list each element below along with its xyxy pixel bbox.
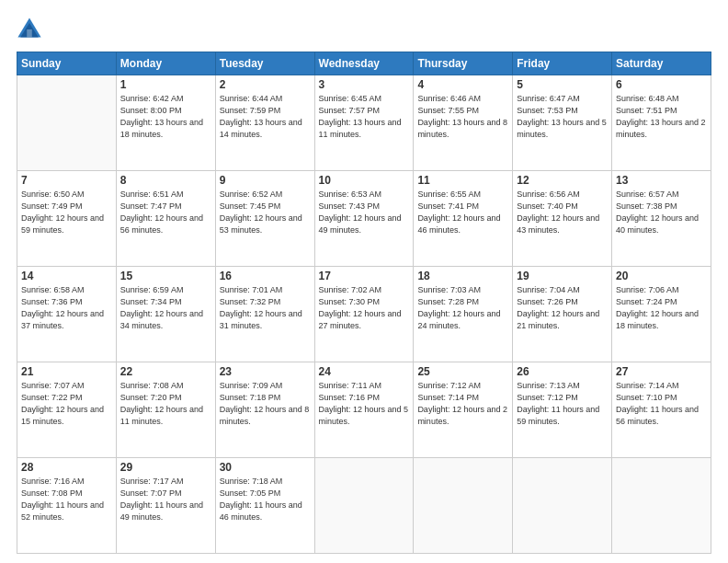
week-row: 14Sunrise: 6:58 AMSunset: 7:36 PMDayligh…	[17, 267, 711, 362]
day-cell: 14Sunrise: 6:58 AMSunset: 7:36 PMDayligh…	[17, 267, 117, 362]
day-info: Sunrise: 7:07 AMSunset: 7:22 PMDaylight:…	[21, 380, 112, 428]
day-cell: 12Sunrise: 6:56 AMSunset: 7:40 PMDayligh…	[513, 171, 612, 267]
day-cell: 19Sunrise: 7:04 AMSunset: 7:26 PMDayligh…	[513, 267, 612, 362]
day-number: 10	[319, 174, 410, 187]
day-number: 2	[220, 78, 311, 91]
page: SundayMondayTuesdayWednesdayThursdayFrid…	[0, 0, 728, 563]
day-info: Sunrise: 7:18 AMSunset: 7:05 PMDaylight:…	[220, 476, 311, 523]
day-header: Tuesday	[215, 52, 314, 75]
day-header: Sunday	[17, 52, 117, 75]
day-cell: 29Sunrise: 7:17 AMSunset: 7:07 PMDayligh…	[116, 458, 215, 554]
day-number: 20	[616, 270, 707, 282]
day-info: Sunrise: 7:04 AMSunset: 7:26 PMDaylight:…	[517, 284, 608, 332]
day-header: Wednesday	[314, 52, 414, 75]
day-info: Sunrise: 6:48 AMSunset: 7:51 PMDaylight:…	[616, 93, 707, 141]
day-info: Sunrise: 6:42 AMSunset: 8:00 PMDaylight:…	[120, 93, 211, 141]
day-info: Sunrise: 7:06 AMSunset: 7:24 PMDaylight:…	[616, 284, 707, 332]
day-number: 13	[616, 174, 707, 187]
day-info: Sunrise: 7:12 AMSunset: 7:14 PMDaylight:…	[417, 380, 508, 428]
day-info: Sunrise: 7:09 AMSunset: 7:18 PMDaylight:…	[220, 380, 311, 428]
day-info: Sunrise: 6:59 AMSunset: 7:34 PMDaylight:…	[120, 284, 211, 332]
day-cell	[513, 458, 612, 554]
day-info: Sunrise: 6:51 AMSunset: 7:47 PMDaylight:…	[120, 189, 211, 236]
day-cell: 23Sunrise: 7:09 AMSunset: 7:18 PMDayligh…	[215, 362, 314, 458]
day-cell	[314, 458, 414, 554]
day-cell: 28Sunrise: 7:16 AMSunset: 7:08 PMDayligh…	[17, 458, 117, 554]
logo	[17, 17, 46, 42]
day-header: Monday	[116, 52, 215, 75]
logo-icon	[17, 17, 42, 42]
day-info: Sunrise: 7:01 AMSunset: 7:32 PMDaylight:…	[220, 284, 311, 332]
day-cell: 15Sunrise: 6:59 AMSunset: 7:34 PMDayligh…	[116, 267, 215, 362]
day-cell: 4Sunrise: 6:46 AMSunset: 7:55 PMDaylight…	[414, 75, 513, 171]
day-info: Sunrise: 7:14 AMSunset: 7:10 PMDaylight:…	[616, 380, 707, 428]
day-number: 7	[21, 174, 112, 187]
header	[17, 17, 711, 42]
week-row: 1Sunrise: 6:42 AMSunset: 8:00 PMDaylight…	[17, 75, 711, 171]
day-cell: 8Sunrise: 6:51 AMSunset: 7:47 PMDaylight…	[116, 171, 215, 267]
day-number: 9	[220, 174, 311, 187]
day-cell: 3Sunrise: 6:45 AMSunset: 7:57 PMDaylight…	[314, 75, 414, 171]
day-cell: 9Sunrise: 6:52 AMSunset: 7:45 PMDaylight…	[215, 171, 314, 267]
day-cell: 24Sunrise: 7:11 AMSunset: 7:16 PMDayligh…	[314, 362, 414, 458]
day-cell: 5Sunrise: 6:47 AMSunset: 7:53 PMDaylight…	[513, 75, 612, 171]
day-number: 30	[220, 461, 311, 474]
day-cell: 2Sunrise: 6:44 AMSunset: 7:59 PMDaylight…	[215, 75, 314, 171]
day-cell: 25Sunrise: 7:12 AMSunset: 7:14 PMDayligh…	[414, 362, 513, 458]
day-info: Sunrise: 6:44 AMSunset: 7:59 PMDaylight:…	[220, 93, 311, 141]
day-cell: 26Sunrise: 7:13 AMSunset: 7:12 PMDayligh…	[513, 362, 612, 458]
header-row: SundayMondayTuesdayWednesdayThursdayFrid…	[17, 52, 711, 75]
day-number: 4	[417, 78, 508, 91]
day-info: Sunrise: 6:50 AMSunset: 7:49 PMDaylight:…	[21, 189, 112, 236]
day-number: 27	[616, 365, 707, 378]
day-number: 5	[517, 78, 608, 91]
day-cell: 6Sunrise: 6:48 AMSunset: 7:51 PMDaylight…	[612, 75, 711, 171]
day-number: 25	[417, 365, 508, 378]
day-cell: 7Sunrise: 6:50 AMSunset: 7:49 PMDaylight…	[17, 171, 117, 267]
day-number: 1	[120, 78, 211, 91]
day-cell: 27Sunrise: 7:14 AMSunset: 7:10 PMDayligh…	[612, 362, 711, 458]
day-info: Sunrise: 6:58 AMSunset: 7:36 PMDaylight:…	[21, 284, 112, 332]
day-info: Sunrise: 6:45 AMSunset: 7:57 PMDaylight:…	[319, 93, 410, 141]
day-info: Sunrise: 6:46 AMSunset: 7:55 PMDaylight:…	[417, 93, 508, 141]
day-number: 17	[319, 270, 410, 282]
day-info: Sunrise: 7:02 AMSunset: 7:30 PMDaylight:…	[319, 284, 410, 332]
day-number: 14	[21, 270, 112, 282]
week-row: 7Sunrise: 6:50 AMSunset: 7:49 PMDaylight…	[17, 171, 711, 267]
day-cell: 10Sunrise: 6:53 AMSunset: 7:43 PMDayligh…	[314, 171, 414, 267]
day-info: Sunrise: 7:16 AMSunset: 7:08 PMDaylight:…	[21, 476, 112, 523]
day-cell: 20Sunrise: 7:06 AMSunset: 7:24 PMDayligh…	[612, 267, 711, 362]
day-info: Sunrise: 7:17 AMSunset: 7:07 PMDaylight:…	[120, 476, 211, 523]
day-number: 16	[220, 270, 311, 282]
day-number: 18	[417, 270, 508, 282]
day-cell: 22Sunrise: 7:08 AMSunset: 7:20 PMDayligh…	[116, 362, 215, 458]
day-cell	[414, 458, 513, 554]
day-number: 29	[120, 461, 211, 474]
day-number: 11	[417, 174, 508, 187]
day-cell: 18Sunrise: 7:03 AMSunset: 7:28 PMDayligh…	[414, 267, 513, 362]
week-row: 28Sunrise: 7:16 AMSunset: 7:08 PMDayligh…	[17, 458, 711, 554]
day-info: Sunrise: 6:52 AMSunset: 7:45 PMDaylight:…	[220, 189, 311, 236]
day-cell: 21Sunrise: 7:07 AMSunset: 7:22 PMDayligh…	[17, 362, 117, 458]
day-number: 24	[319, 365, 410, 378]
day-cell	[612, 458, 711, 554]
day-cell: 11Sunrise: 6:55 AMSunset: 7:41 PMDayligh…	[414, 171, 513, 267]
day-cell: 30Sunrise: 7:18 AMSunset: 7:05 PMDayligh…	[215, 458, 314, 554]
svg-rect-2	[27, 29, 32, 37]
day-number: 3	[319, 78, 410, 91]
day-header: Saturday	[612, 52, 711, 75]
day-number: 12	[517, 174, 608, 187]
day-cell: 16Sunrise: 7:01 AMSunset: 7:32 PMDayligh…	[215, 267, 314, 362]
day-info: Sunrise: 6:55 AMSunset: 7:41 PMDaylight:…	[417, 189, 508, 236]
day-info: Sunrise: 6:47 AMSunset: 7:53 PMDaylight:…	[517, 93, 608, 141]
day-number: 21	[21, 365, 112, 378]
day-info: Sunrise: 7:03 AMSunset: 7:28 PMDaylight:…	[417, 284, 508, 332]
day-number: 23	[220, 365, 311, 378]
day-number: 28	[21, 461, 112, 474]
day-number: 15	[120, 270, 211, 282]
day-number: 22	[120, 365, 211, 378]
day-header: Thursday	[414, 52, 513, 75]
day-cell	[17, 75, 117, 171]
day-cell: 17Sunrise: 7:02 AMSunset: 7:30 PMDayligh…	[314, 267, 414, 362]
day-info: Sunrise: 7:08 AMSunset: 7:20 PMDaylight:…	[120, 380, 211, 428]
